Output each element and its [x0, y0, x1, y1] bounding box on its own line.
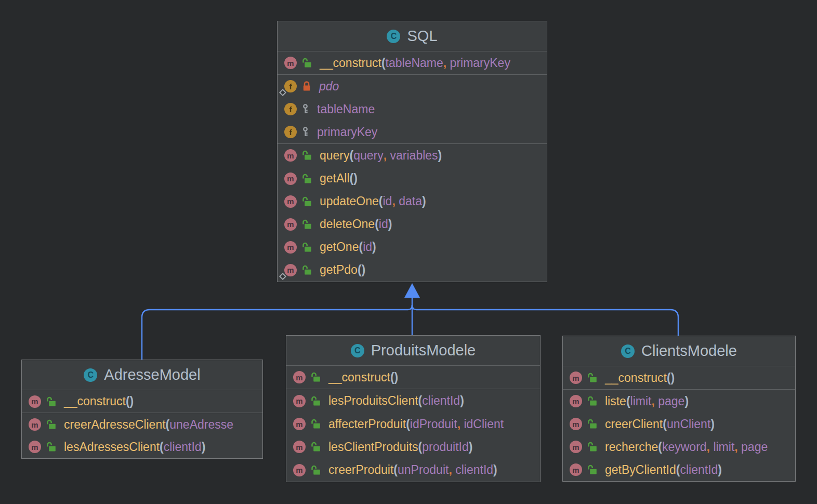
member-row-deleteOne[interactable]: m deleteOne(id) — [278, 213, 547, 236]
close-paren: ) — [130, 394, 134, 408]
close-paren: ) — [671, 371, 675, 384]
class-node-sql[interactable]: C SQL m __construct(tableName, primaryKe… — [277, 21, 547, 282]
close-paren: ) — [460, 394, 464, 407]
member-signature: affecterProduit(idProduit, idClient — [328, 417, 504, 431]
open-paren: ( — [406, 417, 410, 431]
lock-open-icon — [310, 395, 321, 407]
method-name: getAll — [320, 171, 350, 185]
lock-open-icon — [587, 372, 598, 383]
member-row-updateOne[interactable]: m updateOne(id, data) — [278, 190, 547, 213]
open-paren: ( — [375, 217, 379, 231]
class-title: AdresseModel — [104, 366, 200, 383]
class-node-clients-modele[interactable]: C ClientsModele m __construct()m liste(l… — [562, 336, 796, 482]
class-icon: C — [351, 344, 364, 357]
lock-closed-icon — [301, 81, 312, 92]
lock-open-icon — [301, 57, 312, 69]
method-icon: m — [293, 418, 306, 430]
method-icon: m — [284, 149, 297, 162]
class-header: C ClientsModele — [563, 336, 795, 366]
member-row-query[interactable]: m query(query, variables) — [278, 144, 547, 167]
method-name: affecterProduit — [328, 417, 406, 431]
open-paren: ( — [358, 263, 362, 276]
lock-open-icon — [301, 150, 312, 161]
member-sections: m __construct()m creerAdresseClient(uneA… — [22, 390, 262, 458]
member-section: m liste(limit, page)m creerClient(unClie… — [563, 389, 795, 481]
member-section: m __construct() — [286, 366, 540, 389]
method-name: creerAdresseClient — [64, 418, 166, 431]
method-icon: m — [284, 264, 297, 276]
inheritance-arrowhead[interactable] — [404, 283, 420, 298]
member-row-__construct[interactable]: m __construct() — [22, 390, 262, 413]
member-row-affecterProduit[interactable]: m affecterProduit(idProduit, idClient — [286, 413, 540, 435]
lock-open-icon — [46, 419, 57, 430]
inheritance-edge-clients-modele[interactable] — [412, 305, 678, 336]
param-comma: , — [651, 394, 658, 408]
lock-open-icon — [587, 395, 598, 407]
lock-open-icon — [587, 441, 598, 453]
lock-open-icon — [587, 418, 598, 430]
member-row-__construct[interactable]: m __construct() — [286, 366, 540, 389]
method-icon: m — [293, 371, 306, 383]
method-name: creerProduit — [328, 463, 393, 476]
member-row-lesProduitsClient[interactable]: m lesProduitsClient(clientId) — [286, 389, 540, 412]
class-header: C SQL — [278, 21, 547, 51]
param-name: clientId — [455, 463, 493, 476]
method-name: __construct — [320, 56, 381, 70]
member-row-creerAdresseClient[interactable]: m creerAdresseClient(uneAdresse — [22, 413, 262, 435]
member-section: m __construct() — [22, 390, 262, 413]
lock-open-icon — [46, 396, 57, 407]
member-row-primaryKey[interactable]: f primaryKey — [278, 121, 547, 143]
param-name: clientId — [422, 394, 460, 407]
member-row-getPdo[interactable]: m getPdo() — [278, 259, 547, 282]
param-name: keyword — [662, 440, 707, 454]
member-signature: __construct() — [64, 394, 134, 408]
lock-open-icon — [301, 264, 312, 276]
member-row-creerProduit[interactable]: m creerProduit(unProduit, clientId) — [286, 459, 540, 482]
method-icon: m — [29, 441, 41, 453]
method-icon: m — [284, 195, 297, 208]
member-row-lesAdressesClient[interactable]: m lesAdressesClient(clientId) — [22, 436, 262, 458]
member-row-getOne[interactable]: m getOne(id) — [278, 236, 547, 259]
member-signature: deleteOne(id) — [320, 217, 392, 231]
param-name: produitId — [422, 440, 469, 454]
class-icon: C — [387, 30, 400, 43]
static-diamond-icon — [279, 89, 286, 96]
method-icon: m — [293, 464, 306, 476]
member-signature: getAll() — [320, 171, 358, 185]
member-row-recherche[interactable]: m recherche(keyword, limit, page — [563, 435, 795, 458]
member-row-tableName[interactable]: f tableName — [278, 98, 547, 121]
open-paren: ( — [663, 417, 667, 431]
close-paren: ) — [710, 417, 715, 431]
member-section: m __construct() — [563, 366, 795, 389]
class-node-produits-modele[interactable]: C ProduitsModele m __construct()m lesPro… — [286, 335, 541, 482]
member-signature: __construct(tableName, primaryKey — [320, 56, 510, 70]
member-row-lesClientProduits[interactable]: m lesClientProduits(produitId) — [286, 435, 540, 458]
method-name: getPdo — [320, 263, 358, 276]
member-row-getAll[interactable]: m getAll() — [278, 167, 547, 190]
param-comma: , — [457, 417, 464, 431]
param-name: page — [741, 440, 768, 454]
method-icon: m — [293, 395, 306, 407]
open-paren: ( — [160, 440, 164, 454]
key-icon — [301, 103, 310, 115]
member-signature: query(query, variables) — [320, 149, 442, 163]
close-paren: ) — [684, 394, 689, 408]
open-paren: ( — [390, 370, 394, 384]
member-row-getByClientId[interactable]: m getByClientId(clientId) — [563, 458, 795, 481]
param-name: uneAdresse — [169, 418, 233, 431]
member-row-creerClient[interactable]: m creerClient(unClient) — [563, 413, 795, 435]
member-signature: lesProduitsClient(clientId) — [328, 394, 464, 408]
member-row-liste[interactable]: m liste(limit, page) — [563, 390, 795, 413]
member-signature: creerClient(unClient) — [605, 417, 715, 431]
member-row-__construct[interactable]: m __construct(tableName, primaryKey — [278, 51, 547, 74]
member-signature: __construct() — [605, 371, 675, 385]
method-name: query — [320, 149, 350, 162]
class-node-adresse-model[interactable]: C AdresseModel m __construct()m creerAdr… — [21, 360, 263, 459]
member-row-__construct[interactable]: m __construct() — [563, 366, 795, 389]
member-sections: m __construct()m liste(limit, page)m cre… — [563, 366, 795, 481]
param-comma: , — [384, 149, 390, 162]
member-sections: m __construct(tableName, primaryKeyf pdo… — [278, 51, 547, 282]
close-paren: ) — [353, 171, 358, 185]
param-name: unProduit — [398, 463, 449, 476]
member-row-pdo[interactable]: f pdo — [278, 75, 547, 98]
